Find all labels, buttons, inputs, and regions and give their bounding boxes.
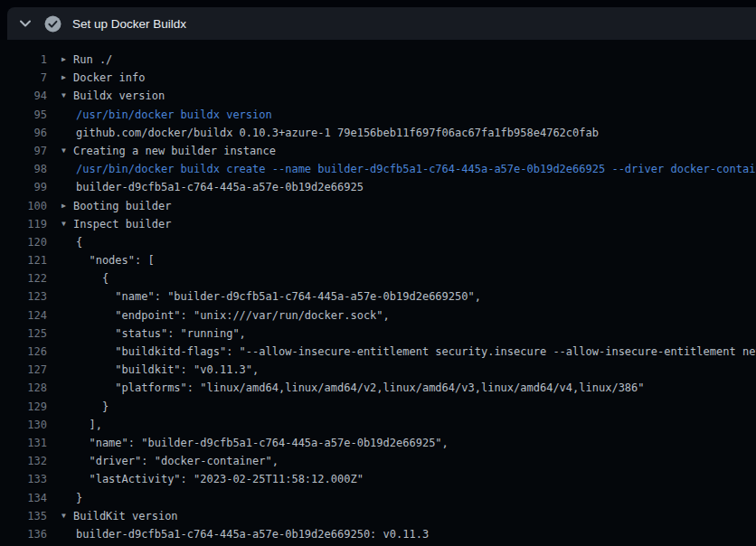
line-number[interactable]: 136 (0, 525, 47, 543)
log-group-toggle[interactable]: ▼Buildx version (61, 87, 165, 105)
line-number[interactable]: 124 (0, 306, 47, 325)
log-line: 94▼Buildx version (0, 87, 756, 105)
log-line: 96github.com/docker/buildx 0.10.3+azure-… (0, 124, 756, 142)
log-line: 126 "buildkitd-flags": "--allow-insecure… (0, 343, 756, 361)
log-line: 130 ], (0, 416, 756, 434)
line-number[interactable]: 122 (0, 269, 47, 287)
collapse-group-icon[interactable]: ▼ (61, 507, 73, 525)
log-line: 97▼Creating a new builder instance (0, 142, 756, 160)
log-output-text: "nodes": [ (61, 251, 155, 269)
log-output-text: builder-d9cfb5a1-c764-445a-a57e-0b19d2e6… (61, 178, 364, 196)
log-line: 120{ (0, 233, 756, 251)
line-number[interactable]: 100 (0, 197, 47, 215)
log-group-title: Buildx version (73, 87, 165, 105)
log-line: 133 "lastActivity": "2023-02-25T11:58:12… (0, 470, 756, 488)
line-number[interactable]: 129 (0, 398, 47, 416)
log-line: 1▶Run ./ (0, 51, 756, 69)
log-line: 128 "platforms": "linux/amd64,linux/amd6… (0, 379, 756, 397)
log-output-text: "status": "running", (61, 325, 246, 343)
line-number[interactable]: 95 (0, 106, 47, 124)
line-number[interactable]: 97 (0, 142, 47, 160)
log-output-text: ], (61, 416, 102, 434)
log-output-text: } (61, 398, 109, 416)
log-line: 95/usr/bin/docker buildx version (0, 106, 756, 124)
collapse-group-icon[interactable]: ▼ (61, 87, 73, 105)
log-output-text: "endpoint": "unix:///var/run/docker.sock… (61, 306, 390, 325)
line-number[interactable]: 1 (0, 51, 47, 69)
log-group-toggle[interactable]: ▶Booting builder (61, 197, 171, 215)
line-number[interactable]: 7 (0, 69, 47, 87)
log-output-text: "lastActivity": "2023-02-25T11:58:12.000… (61, 470, 364, 488)
log-output-text: "buildkit": "v0.11.3", (61, 361, 259, 379)
log-group-title: Docker info (73, 69, 145, 87)
log-command-text: /usr/bin/docker buildx version (61, 106, 272, 124)
log-output-text: { (61, 233, 82, 251)
line-number[interactable]: 127 (0, 361, 47, 379)
log-group-toggle[interactable]: ▼Creating a new builder instance (61, 142, 276, 160)
step-log: 1▶Run ./7▶Docker info94▼Buildx version95… (0, 40, 756, 546)
log-output-text: github.com/docker/buildx 0.10.3+azure-1 … (61, 124, 599, 142)
line-number[interactable]: 94 (0, 87, 47, 105)
log-line: 135▼BuildKit version (0, 507, 756, 525)
line-number[interactable]: 128 (0, 379, 47, 397)
log-group-toggle[interactable]: ▶Docker info (61, 69, 145, 87)
line-number[interactable]: 98 (0, 160, 47, 178)
log-line: 124 "endpoint": "unix:///var/run/docker.… (0, 306, 756, 325)
line-number[interactable]: 135 (0, 507, 47, 525)
log-line: 134} (0, 489, 756, 507)
log-output-text: "platforms": "linux/amd64,linux/amd64/v2… (61, 379, 645, 397)
log-line: 125 "status": "running", (0, 325, 756, 343)
line-number[interactable]: 119 (0, 215, 47, 233)
expand-group-icon[interactable]: ▶ (61, 51, 73, 69)
line-number[interactable]: 121 (0, 251, 47, 269)
chevron-down-icon[interactable] (14, 13, 36, 34)
line-number[interactable]: 96 (0, 124, 47, 142)
log-output-text: builder-d9cfb5a1-c764-445a-a57e-0b19d2e6… (61, 525, 429, 543)
log-line: 119▼Inspect builder (0, 215, 756, 233)
log-line: 127 "buildkit": "v0.11.3", (0, 361, 756, 379)
line-number[interactable]: 130 (0, 416, 47, 434)
log-group-title: Run ./ (73, 51, 112, 69)
log-line: 132 "driver": "docker-container", (0, 452, 756, 470)
log-line: 99builder-d9cfb5a1-c764-445a-a57e-0b19d2… (0, 178, 756, 196)
log-line: 100▶Booting builder (0, 197, 756, 215)
log-group-title: Creating a new builder instance (73, 142, 276, 160)
line-number[interactable]: 125 (0, 325, 47, 343)
log-output-text: "buildkitd-flags": "--allow-insecure-ent… (61, 343, 756, 361)
line-number[interactable]: 126 (0, 343, 47, 361)
log-output-text: } (61, 489, 82, 507)
log-group-toggle[interactable]: ▼BuildKit version (61, 507, 178, 525)
log-command-text: /usr/bin/docker buildx create --name bui… (61, 160, 756, 178)
step-header[interactable]: Set up Docker Buildx (7, 7, 756, 40)
line-number[interactable]: 99 (0, 178, 47, 196)
line-number[interactable]: 131 (0, 434, 47, 452)
log-output-text: "name": "builder-d9cfb5a1-c764-445a-a57e… (61, 434, 449, 452)
log-output-text: "driver": "docker-container", (61, 452, 279, 470)
log-group-toggle[interactable]: ▶Run ./ (61, 51, 112, 69)
log-group-toggle[interactable]: ▼Inspect builder (61, 215, 171, 233)
expand-group-icon[interactable]: ▶ (61, 197, 73, 215)
check-circle-icon (43, 14, 61, 33)
line-number[interactable]: 132 (0, 452, 47, 470)
log-line: 123 "name": "builder-d9cfb5a1-c764-445a-… (0, 287, 756, 306)
log-group-title: Inspect builder (73, 215, 171, 233)
log-line: 129 } (0, 398, 756, 416)
log-line: 7▶Docker info (0, 69, 756, 87)
log-line: 122 { (0, 269, 756, 287)
line-number[interactable]: 134 (0, 489, 47, 507)
log-output-text: { (61, 269, 109, 287)
log-line: 136builder-d9cfb5a1-c764-445a-a57e-0b19d… (0, 525, 756, 543)
collapse-group-icon[interactable]: ▼ (61, 215, 73, 233)
log-output-text: "name": "builder-d9cfb5a1-c764-445a-a57e… (61, 287, 481, 306)
line-number[interactable]: 123 (0, 287, 47, 306)
log-line: 131 "name": "builder-d9cfb5a1-c764-445a-… (0, 434, 756, 452)
collapse-group-icon[interactable]: ▼ (61, 142, 73, 160)
line-number[interactable]: 133 (0, 470, 47, 488)
log-group-title: BuildKit version (73, 507, 178, 525)
log-line: 98/usr/bin/docker buildx create --name b… (0, 160, 756, 178)
expand-group-icon[interactable]: ▶ (61, 69, 73, 87)
step-title: Set up Docker Buildx (72, 17, 186, 31)
log-group-title: Booting builder (73, 197, 171, 215)
line-number[interactable]: 120 (0, 233, 47, 251)
log-line: 121 "nodes": [ (0, 251, 756, 269)
